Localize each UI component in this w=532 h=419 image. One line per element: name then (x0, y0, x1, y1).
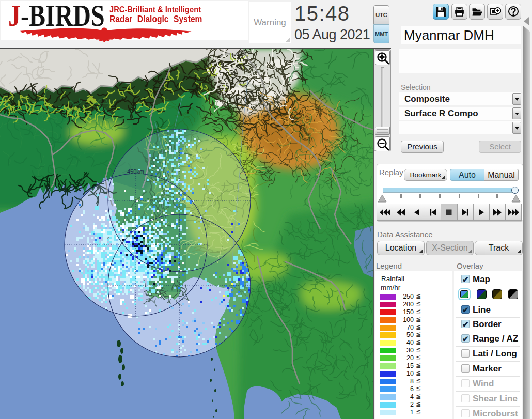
svg-text:450km: 450km (127, 168, 144, 175)
